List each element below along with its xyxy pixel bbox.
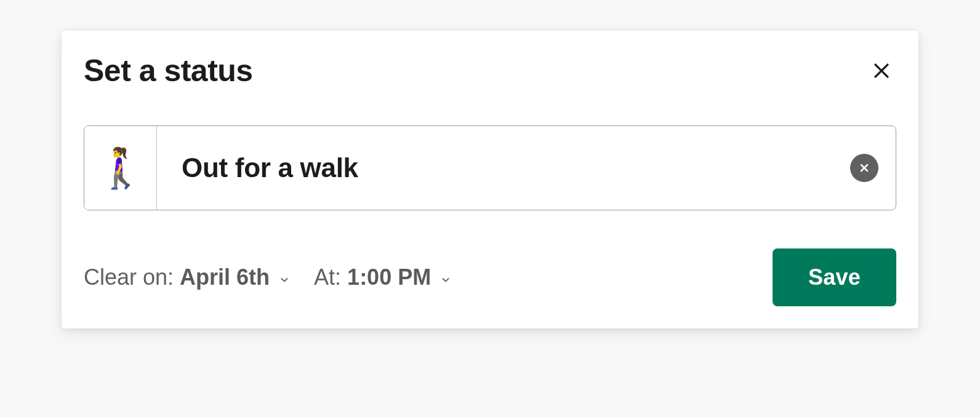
clear-status-button[interactable] [850, 154, 878, 182]
clear-schedule: Clear on: April 6th At: 1:00 PM [84, 264, 452, 290]
status-text-input[interactable] [182, 153, 850, 183]
set-status-modal: Set a status 🚶‍♀️ Clear on: April 6th [62, 31, 918, 328]
clear-at-time-value: 1:00 PM [347, 264, 431, 290]
chevron-down-icon [440, 274, 452, 286]
modal-title: Set a status [84, 53, 253, 89]
clear-on-date-value: April 6th [180, 264, 270, 290]
modal-header: Set a status [84, 53, 896, 89]
clear-on-label: Clear on: [84, 264, 174, 290]
modal-footer: Clear on: April 6th At: 1:00 PM Save [84, 248, 896, 306]
at-group: At: 1:00 PM [314, 264, 452, 290]
walking-person-emoji-icon: 🚶‍♀️ [96, 145, 145, 191]
save-button[interactable]: Save [773, 248, 896, 306]
status-emoji-picker[interactable]: 🚶‍♀️ [84, 126, 157, 210]
clear-on-date-dropdown[interactable]: April 6th [180, 264, 291, 290]
chevron-down-icon [278, 274, 291, 286]
close-icon [871, 60, 892, 81]
close-button[interactable] [867, 56, 896, 85]
clear-x-icon [858, 162, 870, 174]
at-label: At: [314, 264, 341, 290]
clear-at-time-dropdown[interactable]: 1:00 PM [347, 264, 452, 290]
status-input-wrap [157, 126, 896, 210]
status-input-row: 🚶‍♀️ [84, 125, 896, 210]
